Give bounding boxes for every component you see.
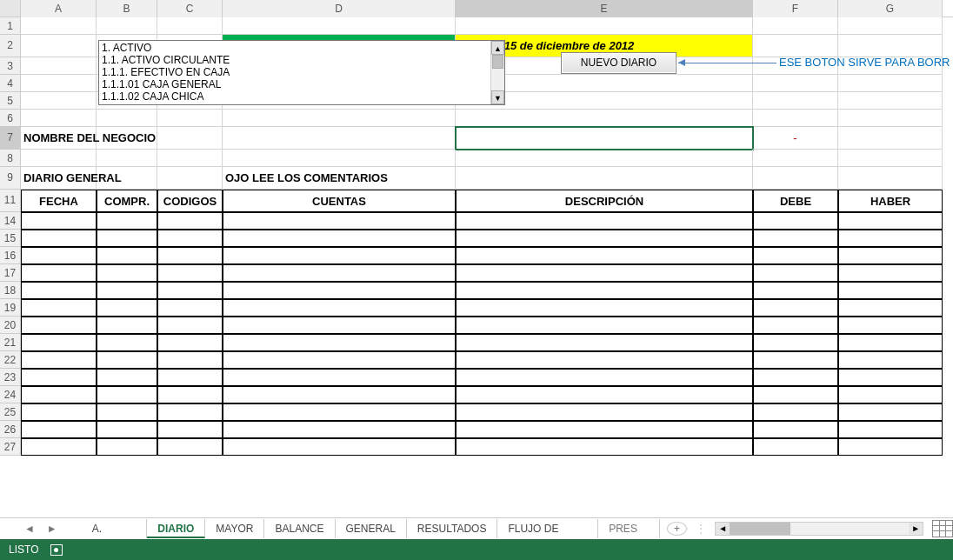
status-bar: LISTO <box>0 539 953 560</box>
header-debe[interactable]: DEBE <box>753 190 838 212</box>
row-number[interactable]: 1 <box>0 17 21 35</box>
col-header-G[interactable]: G <box>838 0 943 17</box>
tab-separator: ⋮ <box>696 523 706 535</box>
dropdown-option[interactable]: 1. ACTIVO <box>102 42 488 54</box>
row-number[interactable]: 11 <box>0 190 21 212</box>
col-header-E[interactable]: E <box>456 0 753 17</box>
table-row: 22 <box>0 351 953 369</box>
header-fecha[interactable]: FECHA <box>21 190 97 212</box>
diario-general-label[interactable]: DIARIO GENERAL <box>21 167 97 190</box>
row-number[interactable]: 2 <box>0 35 21 57</box>
col-header-B[interactable]: B <box>97 0 157 17</box>
nuevo-diario-button[interactable]: NUEVO DIARIO <box>561 52 676 74</box>
sheet-tab[interactable]: FLUJO DE CAJA <box>497 519 598 538</box>
sheet-tab[interactable]: A. INICIO <box>82 519 148 538</box>
row-number[interactable]: 7 <box>0 127 21 150</box>
header-descripcion[interactable]: DESCRIPCIÓN <box>456 190 753 212</box>
sheet-tab-more[interactable]: PRES ... <box>598 519 659 538</box>
row-11-headers: 11FECHACOMPR.CODIGOSCUENTASDESCRIPCIÓNDE… <box>0 190 953 212</box>
row-7: 7NOMBRE DEL NEGOCIO- <box>0 127 953 150</box>
dropdown-scrollbar[interactable]: ▲ ▼ <box>490 41 504 104</box>
dropdown-option[interactable]: 1.1.1.01 CAJA GENERAL <box>102 78 488 90</box>
col-header-D[interactable]: D <box>223 0 456 17</box>
row-1: 1 <box>0 17 953 35</box>
sheet-tab-strip: ◄ ► A. INICIO DIARIO MAYOR BALANCE GENER… <box>0 517 953 538</box>
table-row: 20 <box>0 317 953 334</box>
table-row: 18 <box>0 282 953 299</box>
scroll-down-icon[interactable]: ▼ <box>491 90 504 104</box>
data-validation-dropdown[interactable]: 1. ACTIVO 1.1. ACTIVO CIRCULANTE 1.1.1. … <box>98 40 505 105</box>
tab-nav-controls: ◄ ► <box>0 523 82 535</box>
tab-nav-prev-icon[interactable]: ◄ <box>24 523 35 535</box>
row-number[interactable]: 5 <box>0 92 21 110</box>
sheet-tab[interactable]: GENERAL <box>336 519 407 538</box>
table-row: 24 <box>0 386 953 403</box>
hscroll-thumb[interactable] <box>730 523 790 535</box>
table-row: 26 <box>0 421 953 438</box>
col-header-F[interactable]: F <box>753 0 838 17</box>
active-cell-E7[interactable] <box>456 127 753 150</box>
spreadsheet-grid: A B C D E F G 1 2FECHA:sábado, 15 de dic… <box>0 0 953 517</box>
header-codigos[interactable]: CODIGOS <box>157 190 223 212</box>
scroll-up-icon[interactable]: ▲ <box>491 41 504 55</box>
tab-nav-next-icon[interactable]: ► <box>47 523 57 535</box>
table-row: 21 <box>0 334 953 351</box>
row-number[interactable]: 8 <box>0 150 21 167</box>
column-headers: A B C D E F G <box>0 0 953 17</box>
table-row: 15 <box>0 230 953 247</box>
ojo-comentarios-label[interactable]: OJO LEE LOS COMENTARIOS <box>223 167 456 190</box>
add-sheet-icon[interactable]: + <box>667 522 688 536</box>
sheet-tab[interactable]: MAYOR <box>205 519 264 538</box>
dropdown-option[interactable]: 1.1.1. EFECTIVO EN CAJA <box>102 66 488 78</box>
nombre-negocio-label[interactable]: NOMBRE DEL NEGOCIO <box>21 127 97 150</box>
table-row: 14 <box>0 212 953 230</box>
row-number[interactable]: 3 <box>0 57 21 75</box>
hscroll-right-icon[interactable]: ► <box>909 523 923 535</box>
dropdown-list[interactable]: 1. ACTIVO 1.1. ACTIVO CIRCULANTE 1.1.1. … <box>99 41 490 104</box>
table-row: 16 <box>0 247 953 264</box>
macro-record-icon[interactable] <box>50 544 63 556</box>
dropdown-option[interactable]: 1.1. ACTIVO CIRCULANTE <box>102 54 488 66</box>
table-row: 27 <box>0 438 953 456</box>
table-row: 25 <box>0 403 953 421</box>
row-6: 6 <box>0 110 953 127</box>
col-header-A[interactable]: A <box>21 0 97 17</box>
row-9: 9DIARIO GENERALOJO LEE LOS COMENTARIOS <box>0 167 953 190</box>
header-cuentas[interactable]: CUENTAS <box>223 190 456 212</box>
cell-F7[interactable]: - <box>753 127 838 150</box>
table-row: 17 <box>0 264 953 282</box>
horizontal-scrollbar[interactable]: ◄ ► <box>715 522 923 536</box>
header-haber[interactable]: HABER <box>838 190 943 212</box>
arrow-line-icon <box>678 63 776 63</box>
table-row: 23 <box>0 369 953 386</box>
row-8: 8 <box>0 150 953 167</box>
sheet-tab-active[interactable]: DIARIO <box>147 519 205 538</box>
row-number[interactable]: 6 <box>0 110 21 127</box>
dropdown-option[interactable]: 1.1.1.02 CAJA CHICA <box>102 90 488 103</box>
hscroll-left-icon[interactable]: ◄ <box>716 523 730 535</box>
view-grid-icon[interactable] <box>932 520 953 537</box>
status-text: LISTO <box>9 543 38 556</box>
scroll-thumb[interactable] <box>492 55 503 69</box>
row-number[interactable]: 9 <box>0 167 21 190</box>
select-all-corner[interactable] <box>0 0 21 17</box>
header-compr[interactable]: COMPR. <box>97 190 157 212</box>
annotation-text: ESE BOTON SIRVE PARA BORR <box>779 56 950 69</box>
col-header-C[interactable]: C <box>157 0 223 17</box>
sheet-tab[interactable]: BALANCE <box>264 519 335 538</box>
row-number[interactable]: 4 <box>0 75 21 92</box>
sheet-tab[interactable]: RESULTADOS <box>407 519 498 538</box>
table-row: 19 <box>0 299 953 317</box>
